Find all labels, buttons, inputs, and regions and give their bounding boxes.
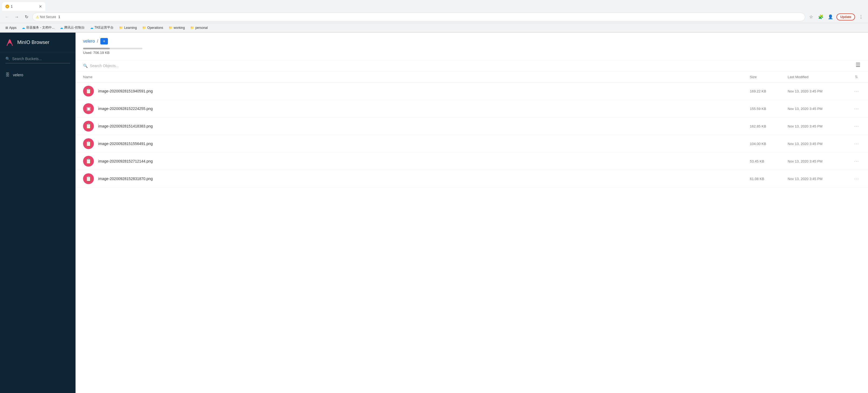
menu-button[interactable]: ⋮ — [857, 13, 865, 21]
sidebar: MinIO Browser 🔍 🗄 velero — [0, 33, 75, 393]
file-name: image-20200928152831870.png — [98, 176, 750, 181]
col-name-header: Name — [83, 75, 750, 79]
file-size: 169.22 KB — [750, 89, 787, 93]
bucket-list: 🗄 velero — [0, 68, 75, 82]
bookmark-operations-label: Operations — [147, 26, 163, 30]
bucket-search-icon: 🔍 — [5, 57, 10, 61]
bookmark-button[interactable]: ☆ — [807, 13, 815, 21]
breadcrumb: velero / + — [83, 38, 861, 44]
bookmark-container-label: 容器服务 - 文档中... — [26, 25, 55, 30]
storage-bar — [83, 48, 143, 49]
back-button[interactable]: ← — [3, 13, 11, 21]
hamburger-menu-button[interactable]: ☰ — [856, 62, 861, 68]
file-options-button[interactable]: ⋯ — [852, 123, 861, 129]
file-name: image-20200928151418383.png — [98, 124, 750, 128]
bookmark-working[interactable]: 📁 working — [166, 25, 187, 30]
add-folder-button[interactable]: + — [100, 38, 108, 44]
file-modified: Nov 13, 2020 3:45 PM — [787, 107, 852, 111]
tab-title: 1 — [11, 5, 13, 8]
file-icon-wrap: 📋 — [83, 138, 94, 149]
col-modified-header: Last Modified — [787, 75, 852, 79]
bookmark-container-service[interactable]: ☁ 容器服务 - 文档中... — [20, 25, 57, 30]
bookmark-working-label: working — [174, 26, 185, 30]
file-options-button[interactable]: ⋯ — [852, 88, 861, 94]
tab-favicon: M — [5, 5, 9, 8]
file-name: image-20200928152712144.png — [98, 159, 750, 163]
address-bar: ⚠ Not Secure 1 — [32, 13, 805, 21]
file-row[interactable]: 📋 image-20200928151940591.png 169.22 KB … — [75, 83, 868, 100]
file-modified: Nov 13, 2020 3:45 PM — [787, 89, 852, 93]
content-header: velero / + Used: 706.19 KB — [75, 33, 868, 60]
extensions-button[interactable]: 🧩 — [817, 13, 825, 21]
file-type-icon: 📋 — [86, 176, 91, 182]
bucket-item-velero[interactable]: 🗄 velero — [0, 70, 75, 80]
breadcrumb-separator: / — [97, 39, 98, 44]
folder-icon-4: 📁 — [190, 26, 194, 30]
cloud-icon-2: ☁ — [60, 26, 63, 30]
bookmark-operations[interactable]: 📁 Operations — [140, 25, 165, 30]
folder-icon-3: 📁 — [168, 26, 173, 30]
bookmark-tencent-label: 腾讯云-控制台 — [64, 25, 85, 30]
sort-button[interactable]: ⇅ — [852, 75, 861, 79]
not-secure-indicator: ⚠ Not Secure — [36, 15, 56, 19]
file-size: 155.59 KB — [750, 107, 787, 111]
browser-chrome: M 1 ✕ ← → ↻ ⚠ Not Secure 1 ☆ 🧩 👤 Update … — [0, 0, 868, 33]
bookmark-apps[interactable]: ⊞ Apps — [3, 25, 19, 30]
main-content: velero / + Used: 706.19 KB ☰ 🔍 Name Size… — [75, 33, 868, 393]
update-button[interactable]: Update — [836, 13, 855, 21]
file-modified: Nov 13, 2020 3:45 PM — [787, 159, 852, 163]
file-options-button[interactable]: ⋯ — [852, 176, 861, 182]
bookmark-tke-label: TKE运营平台 — [94, 25, 114, 30]
objects-search-icon: 🔍 — [83, 64, 88, 68]
file-size: 104.00 KB — [750, 142, 787, 146]
nav-actions: ☆ 🧩 👤 Update ⋮ — [807, 13, 865, 21]
file-size: 162.85 KB — [750, 124, 787, 128]
file-icon-wrap: ▣ — [83, 103, 94, 114]
file-name: image-20200928152224255.png — [98, 106, 750, 111]
file-row[interactable]: 📋 image-20200928152831870.png 61.08 KB N… — [75, 170, 868, 188]
file-options-button[interactable]: ⋯ — [852, 106, 861, 111]
tab-close-button[interactable]: ✕ — [39, 4, 42, 9]
sidebar-search: 🔍 — [0, 52, 75, 68]
file-options-button[interactable]: ⋯ — [852, 158, 861, 164]
file-list: 📋 image-20200928151940591.png 169.22 KB … — [75, 83, 868, 393]
forward-button[interactable]: → — [13, 13, 21, 21]
sidebar-header: MinIO Browser — [0, 33, 75, 52]
bookmark-learning-label: Learning — [124, 26, 137, 30]
bucket-item-label: velero — [13, 73, 23, 77]
app-layout: MinIO Browser 🔍 🗄 velero velero / + — [0, 33, 868, 393]
folder-icon-2: 📁 — [142, 26, 146, 30]
file-row[interactable]: ▣ image-20200928152224255.png 155.59 KB … — [75, 100, 868, 118]
file-type-icon: 📋 — [86, 88, 91, 94]
col-size-header: Size — [750, 75, 787, 79]
bookmark-tencent-cloud[interactable]: ☁ 腾讯云-控制台 — [58, 25, 87, 30]
file-options-button[interactable]: ⋯ — [852, 141, 861, 146]
profile-button[interactable]: 👤 — [827, 13, 834, 21]
objects-search-input[interactable] — [90, 64, 861, 68]
file-row[interactable]: 📋 image-20200928152712144.png 53.45 KB N… — [75, 153, 868, 170]
bookmark-learning[interactable]: 📁 Learning — [117, 25, 139, 30]
file-modified: Nov 13, 2020 3:45 PM — [787, 177, 852, 181]
bookmark-personal[interactable]: 📁 personal — [188, 25, 210, 30]
browser-tab[interactable]: M 1 ✕ — [2, 2, 45, 11]
reload-button[interactable]: ↻ — [23, 13, 30, 21]
file-modified: Nov 13, 2020 3:45 PM — [787, 124, 852, 128]
bookmark-apps-label: Apps — [9, 26, 17, 30]
breadcrumb-bucket-link[interactable]: velero — [83, 39, 95, 44]
storage-used-label: Used: 706.19 KB — [83, 51, 110, 55]
bucket-search-input[interactable] — [12, 57, 70, 61]
bucket-icon: 🗄 — [5, 72, 10, 77]
minio-logo — [5, 38, 14, 46]
bucket-search-wrap: 🔍 — [5, 57, 70, 63]
file-name: image-20200928151940591.png — [98, 89, 750, 93]
cloud-icon-1: ☁ — [22, 26, 25, 30]
file-name: image-20200928151556491.png — [98, 141, 750, 146]
cloud-icon-3: ☁ — [90, 26, 93, 30]
file-row[interactable]: 📋 image-20200928151418383.png 162.85 KB … — [75, 118, 868, 135]
bookmark-tke[interactable]: ☁ TKE运营平台 — [88, 25, 116, 30]
address-text[interactable]: 1 — [58, 15, 60, 19]
storage-bar-wrap: Used: 706.19 KB — [83, 48, 861, 55]
sidebar-title: MinIO Browser — [17, 40, 49, 45]
file-row[interactable]: 📋 image-20200928151556491.png 104.00 KB … — [75, 135, 868, 153]
file-size: 53.45 KB — [750, 159, 787, 163]
